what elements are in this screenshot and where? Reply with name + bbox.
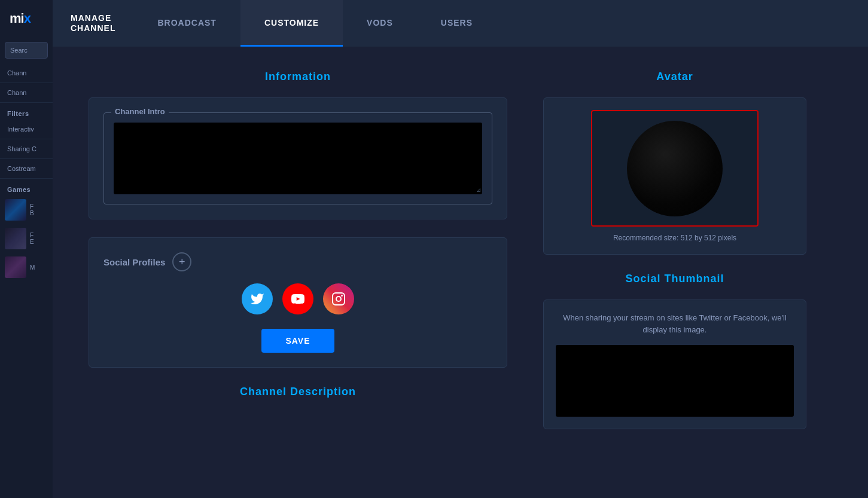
avatar-circle bbox=[627, 121, 723, 216]
social-thumb-description: When sharing your stream on sites like T… bbox=[556, 312, 794, 335]
channel-description-title: Channel Description bbox=[89, 386, 507, 398]
social-profiles-label: Social Profiles bbox=[103, 257, 165, 267]
save-button[interactable]: SAVE bbox=[261, 329, 334, 353]
social-thumb-image[interactable] bbox=[556, 345, 794, 417]
sidebar-item-channel-1[interactable]: Chann bbox=[0, 63, 53, 83]
sidebar-game-item-3[interactable]: M bbox=[0, 253, 53, 282]
sidebar-search[interactable]: Searc bbox=[5, 42, 48, 59]
social-icons-row bbox=[103, 283, 492, 314]
game-thumb-dark bbox=[5, 228, 26, 249]
sidebar-item-costream[interactable]: Costream bbox=[0, 159, 53, 179]
sidebar-game-item[interactable]: FB bbox=[0, 195, 53, 224]
game-text-dark: FE bbox=[30, 232, 34, 245]
tab-customize[interactable]: CUSTOMIZE bbox=[240, 0, 343, 47]
social-thumbnail-card: When sharing your stream on sites like T… bbox=[543, 300, 806, 429]
channel-intro-fieldset: Channel Intro ⊿ bbox=[103, 112, 492, 204]
logo-text: mix bbox=[10, 11, 31, 26]
add-social-button[interactable]: + bbox=[172, 252, 191, 271]
avatar-hint: Recommended size: 512 by 512 pixels bbox=[613, 234, 736, 242]
right-column: Avatar Recommended size: 512 by 512 pixe… bbox=[543, 71, 806, 474]
nav-tabs: BROADCAST CUSTOMIZE VODS USERS bbox=[133, 0, 868, 47]
sidebar-game-item-2[interactable]: FE bbox=[0, 224, 53, 253]
social-thumbnail-title: Social Thumbnail bbox=[543, 273, 806, 285]
youtube-icon[interactable] bbox=[282, 283, 313, 314]
avatar-card: Recommended size: 512 by 512 pixels bbox=[543, 97, 806, 255]
top-nav: MANAGE CHANNEL BROADCAST CUSTOMIZE VODS … bbox=[53, 0, 868, 47]
sidebar-item-channel-2[interactable]: Chann bbox=[0, 83, 53, 103]
social-profiles-card: Social Profiles + bbox=[89, 237, 507, 368]
tab-broadcast[interactable]: BROADCAST bbox=[133, 0, 240, 47]
sidebar: mix Searc Chann Chann Filters Interactiv… bbox=[0, 0, 53, 498]
sidebar-filters[interactable]: Filters bbox=[0, 103, 53, 120]
tab-vods[interactable]: VODS bbox=[343, 0, 417, 47]
svg-point-3 bbox=[342, 295, 342, 296]
sidebar-item-interactive[interactable]: Interactiv bbox=[0, 120, 53, 139]
page-content: Information Channel Intro ⊿ Social Profi… bbox=[53, 47, 868, 498]
information-title: Information bbox=[89, 71, 507, 83]
channel-intro-card: Channel Intro ⊿ bbox=[89, 97, 507, 219]
logo: mix bbox=[0, 0, 53, 37]
resize-handle[interactable]: ⊿ bbox=[476, 187, 481, 193]
twitter-icon[interactable] bbox=[242, 283, 273, 314]
channel-intro-video[interactable]: ⊿ bbox=[114, 123, 482, 194]
game-text-music: M bbox=[30, 264, 35, 271]
instagram-icon[interactable] bbox=[323, 283, 354, 314]
svg-point-2 bbox=[336, 297, 341, 301]
game-text-fortnite: FB bbox=[30, 203, 34, 216]
social-profiles-header: Social Profiles + bbox=[103, 252, 492, 271]
channel-intro-legend: Channel Intro bbox=[111, 107, 169, 116]
tab-users[interactable]: USERS bbox=[417, 0, 497, 47]
sidebar-games-label: Games bbox=[0, 179, 53, 195]
sidebar-item-sharing[interactable]: Sharing C bbox=[0, 139, 53, 159]
avatar-image-container[interactable] bbox=[591, 110, 759, 227]
game-thumb-fortnite bbox=[5, 199, 26, 221]
left-column: Information Channel Intro ⊿ Social Profi… bbox=[89, 71, 507, 474]
main-content: MANAGE CHANNEL BROADCAST CUSTOMIZE VODS … bbox=[53, 0, 868, 498]
manage-channel-label: MANAGE CHANNEL bbox=[53, 0, 133, 47]
avatar-title: Avatar bbox=[543, 71, 806, 83]
game-thumb-music bbox=[5, 256, 26, 278]
svg-rect-1 bbox=[333, 293, 345, 305]
